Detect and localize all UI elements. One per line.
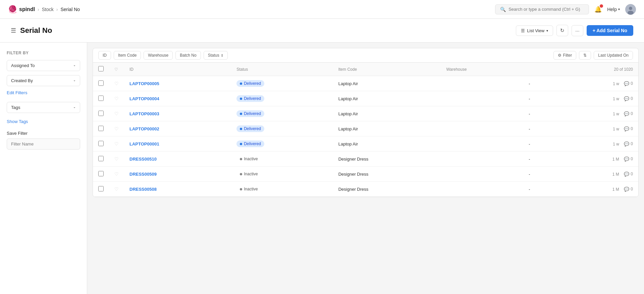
row-time: 1 w	[613, 112, 619, 116]
help-button[interactable]: Help ▾	[607, 7, 620, 12]
favorite-icon[interactable]: ♡	[114, 111, 119, 116]
filter-name-input[interactable]	[7, 138, 80, 150]
status-dot	[240, 128, 242, 130]
favorite-icon[interactable]: ♡	[114, 156, 119, 162]
table-row: ♡ LAPTOP00004 Delivered Laptop Air - 1 w…	[93, 91, 638, 106]
row-meta: 1 M 💬 0	[555, 152, 638, 167]
filter-chip-status[interactable]: Status ⇕	[204, 51, 228, 60]
row-checkbox-cell	[93, 121, 109, 136]
row-checkbox[interactable]	[98, 111, 104, 116]
row-checkbox[interactable]	[98, 156, 104, 161]
favorite-icon[interactable]: ♡	[114, 186, 119, 192]
list-view-button[interactable]: ☰ List View ▾	[516, 25, 553, 36]
avatar[interactable]	[625, 4, 636, 15]
table-row: ♡ LAPTOP00005 Delivered Laptop Air - 1 w…	[93, 76, 638, 91]
filter-icon: ⚙	[558, 53, 561, 58]
header-item-code: Item Code	[333, 63, 441, 76]
row-warehouse	[441, 152, 523, 167]
row-id[interactable]: LAPTOP00003	[124, 106, 231, 121]
row-checkbox-cell	[93, 182, 109, 197]
status-badge: Inactive	[236, 171, 261, 177]
filter-chip-item-code[interactable]: Item Code	[114, 51, 141, 60]
table-row: ♡ LAPTOP00002 Delivered Laptop Air - 1 w…	[93, 121, 638, 136]
app-logo[interactable]: 🧶 spindl	[8, 5, 35, 14]
breadcrumb-stock[interactable]: Stock	[42, 7, 54, 12]
row-checkbox[interactable]	[98, 171, 104, 176]
comment-count: 0	[631, 172, 633, 176]
row-checkbox[interactable]	[98, 186, 104, 191]
row-fav-cell: ♡	[109, 106, 124, 121]
row-checkbox-cell	[93, 76, 109, 91]
status-dot	[240, 82, 242, 85]
filter-actions: ⚙ Filter ⇅ Last Updated On	[553, 51, 633, 60]
row-time: 1 M	[612, 187, 619, 192]
row-fav-cell: ♡	[109, 152, 124, 167]
row-id[interactable]: LAPTOP00002	[124, 121, 231, 136]
status-badge: Delivered	[236, 140, 264, 147]
favorite-icon[interactable]: ♡	[114, 126, 119, 131]
edit-filters-link[interactable]: Edit Filters	[7, 90, 80, 95]
nav-right: 🔍 🔔 Help ▾	[495, 4, 636, 15]
sort-button[interactable]: ⇅	[579, 51, 591, 60]
comment-count: 0	[631, 96, 633, 101]
hamburger-icon[interactable]: ☰	[11, 27, 16, 34]
search-input[interactable]	[508, 7, 584, 12]
row-checkbox[interactable]	[98, 126, 104, 131]
row-fav-cell: ♡	[109, 136, 124, 152]
comment-count: 0	[631, 141, 633, 146]
row-checkbox-cell	[93, 136, 109, 152]
row-id[interactable]: LAPTOP00001	[124, 136, 231, 152]
show-tags-link[interactable]: Show Tags	[7, 119, 80, 124]
row-item-code: Designer Dress	[333, 182, 441, 197]
filter-button[interactable]: ⚙ Filter	[553, 51, 577, 60]
top-navigation: 🧶 spindl › Stock › Serial No 🔍 🔔 Help ▾	[0, 0, 644, 19]
table-row: ♡ DRESS00508 Inactive Designer Dress - 1…	[93, 182, 638, 197]
row-warehouse	[441, 182, 523, 197]
add-serial-no-button[interactable]: + Add Serial No	[587, 25, 633, 36]
favorite-icon[interactable]: ♡	[114, 96, 119, 101]
status-badge: Inactive	[236, 186, 261, 192]
select-all-checkbox[interactable]	[98, 66, 104, 71]
row-warehouse	[441, 91, 523, 106]
favorite-icon[interactable]: ♡	[114, 141, 119, 146]
notification-badge	[600, 4, 603, 8]
row-checkbox[interactable]	[98, 96, 104, 101]
filter-chip-id[interactable]: ID	[98, 51, 111, 60]
assigned-to-select[interactable]: Assigned To	[7, 60, 80, 71]
table-row: ♡ DRESS00510 Inactive Designer Dress - 1…	[93, 152, 638, 167]
row-id[interactable]: DRESS00510	[124, 152, 231, 167]
bell-container[interactable]: 🔔	[594, 6, 602, 13]
row-comments: 💬 0	[624, 111, 633, 116]
row-fav-cell: ♡	[109, 167, 124, 182]
row-time: 1 w	[613, 97, 619, 101]
row-id[interactable]: LAPTOP00004	[124, 91, 231, 106]
row-item-code: Designer Dress	[333, 167, 441, 182]
row-id[interactable]: DRESS00508	[124, 182, 231, 197]
comment-count: 0	[631, 81, 633, 86]
favorite-icon[interactable]: ♡	[114, 81, 119, 86]
more-options-button[interactable]: ···	[572, 25, 583, 36]
row-checkbox[interactable]	[98, 80, 104, 86]
page-header: ☰ Serial No ☰ List View ▾ ↻ ··· + Add Se…	[0, 19, 644, 43]
row-dash: -	[523, 121, 555, 136]
table-row: ♡ LAPTOP00003 Delivered Laptop Air - 1 w…	[93, 106, 638, 121]
row-comments: 💬 0	[624, 187, 633, 192]
comment-count: 0	[631, 157, 633, 161]
favorite-icon[interactable]: ♡	[114, 171, 119, 177]
row-checkbox[interactable]	[98, 141, 104, 146]
status-badge: Inactive	[236, 156, 261, 162]
search-box[interactable]: 🔍	[495, 4, 589, 14]
filter-chip-batch-no[interactable]: Batch No	[175, 51, 201, 60]
last-updated-button[interactable]: Last Updated On	[594, 51, 633, 60]
breadcrumb-sep-1: ›	[38, 7, 39, 12]
refresh-button[interactable]: ↻	[556, 25, 568, 36]
comment-icon: 💬	[624, 111, 629, 116]
created-by-select[interactable]: Created By	[7, 75, 80, 86]
row-id[interactable]: DRESS00509	[124, 167, 231, 182]
table-container: ID Item Code Warehouse Batch No Status ⇕…	[93, 48, 639, 197]
sort-icon: ⇅	[583, 53, 587, 58]
row-id[interactable]: LAPTOP00005	[124, 76, 231, 91]
tags-select[interactable]: Tags	[7, 102, 80, 113]
filter-chip-warehouse[interactable]: Warehouse	[144, 51, 173, 60]
table-row: ♡ DRESS00509 Inactive Designer Dress - 1…	[93, 167, 638, 182]
